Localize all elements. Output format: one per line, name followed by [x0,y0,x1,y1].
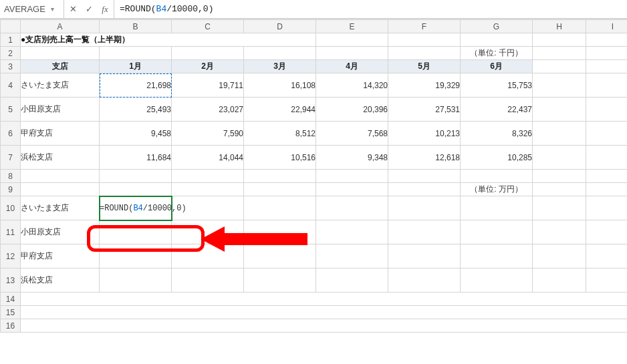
cell-H1[interactable] [533,33,586,47]
cell-E9[interactable] [316,183,388,196]
col-head-I[interactable]: I [586,20,628,33]
cell-H5[interactable] [533,98,586,122]
row-head-14[interactable]: 14 [1,293,21,306]
col-head-E[interactable]: E [316,20,388,33]
cell-D5[interactable]: 22,944 [244,98,316,122]
cell-I5[interactable] [586,98,628,122]
row-head-16[interactable]: 16 [1,319,21,333]
cancel-icon[interactable]: ✕ [68,4,78,14]
cell-H3[interactable] [533,60,586,73]
cell-I6[interactable] [586,122,628,146]
spreadsheet-grid[interactable]: A B C D E F G H I 1 ●支店別売上高一覧（上半期） 2 （単位… [0,19,627,364]
row-14-cells[interactable] [21,293,628,306]
cell-G7[interactable]: 10,285 [461,146,533,170]
header-apr[interactable]: 4月 [316,60,388,73]
cell-F1[interactable] [388,33,461,47]
cell-E11[interactable] [316,220,388,244]
cell-G5[interactable]: 22,437 [461,98,533,122]
cell-I13[interactable] [586,268,628,293]
cell-E6[interactable]: 7,568 [316,122,388,146]
cell-I7[interactable] [586,146,628,170]
row-head-13[interactable]: 13 [1,268,21,293]
cell-H12[interactable] [533,244,586,268]
cell-D8[interactable] [244,170,316,183]
row-head-2[interactable]: 2 [1,47,21,60]
cell-D10[interactable] [244,196,316,220]
header-feb[interactable]: 2月 [172,60,244,73]
row-head-5[interactable]: 5 [1,98,21,122]
cell-B4[interactable]: 21,698 [100,73,172,98]
row-head-8[interactable]: 8 [1,170,21,183]
cell-C12[interactable] [172,244,244,268]
cell-D7[interactable]: 10,516 [244,146,316,170]
col-head-B[interactable]: B [100,20,172,33]
unit-label-top[interactable]: （単位: 千円） [461,47,533,60]
cell-A9[interactable] [21,183,100,196]
row-head-6[interactable]: 6 [1,122,21,146]
cell-H11[interactable] [533,220,586,244]
cell-B2[interactable] [100,47,172,60]
cell-E5[interactable]: 20,396 [316,98,388,122]
row-16-cells[interactable] [21,319,628,333]
col-head-D[interactable]: D [244,20,316,33]
cell-A8[interactable] [21,170,100,183]
cell-E4[interactable]: 14,320 [316,73,388,98]
cell-G4[interactable]: 15,753 [461,73,533,98]
cell-E2[interactable] [316,47,388,60]
cell-A5[interactable]: 小田原支店 [21,98,100,122]
cell-C7[interactable]: 14,044 [172,146,244,170]
row-head-11[interactable]: 11 [1,220,21,244]
cell-E13[interactable] [316,268,388,293]
cell-G10[interactable] [461,196,533,220]
cell-D11[interactable] [244,220,316,244]
cell-B11[interactable] [100,220,172,244]
header-jun[interactable]: 6月 [461,60,533,73]
cell-B8[interactable] [100,170,172,183]
row-head-12[interactable]: 12 [1,244,21,268]
cell-A6[interactable]: 甲府支店 [21,122,100,146]
cell-A10[interactable]: さいたま支店 [21,196,100,220]
cell-I1[interactable] [586,33,628,47]
row-head-3[interactable]: 3 [1,60,21,73]
accept-icon[interactable]: ✓ [84,4,94,14]
cell-I2[interactable] [586,47,628,60]
sheet-title[interactable]: ●支店別売上高一覧（上半期） [21,33,316,47]
cell-F5[interactable]: 27,531 [388,98,461,122]
cell-C13[interactable] [172,268,244,293]
cell-F7[interactable]: 12,618 [388,146,461,170]
formula-input[interactable]: =ROUND(B4/10000,0) [114,4,627,14]
cell-A2[interactable] [21,47,100,60]
cell-B12[interactable] [100,244,172,268]
col-head-H[interactable]: H [533,20,586,33]
row-head-7[interactable]: 7 [1,146,21,170]
cell-B10-editing[interactable]: =ROUND(B4/10000,0) [100,196,172,220]
cell-F6[interactable]: 10,213 [388,122,461,146]
row-head-9[interactable]: 9 [1,183,21,196]
cell-C9[interactable] [172,183,244,196]
cell-A12[interactable]: 甲府支店 [21,244,100,268]
header-branch[interactable]: 支店 [21,60,100,73]
cell-I11[interactable] [586,220,628,244]
row-head-15[interactable]: 15 [1,306,21,319]
row-head-1[interactable]: 1 [1,33,21,47]
cell-E1[interactable] [316,33,388,47]
cell-B7[interactable]: 11,684 [100,146,172,170]
cell-E12[interactable] [316,244,388,268]
cell-D6[interactable]: 8,512 [244,122,316,146]
cell-D2[interactable] [244,47,316,60]
fx-icon[interactable]: fx [100,4,110,15]
col-head-C[interactable]: C [172,20,244,33]
cell-H8[interactable] [533,170,586,183]
header-jan[interactable]: 1月 [100,60,172,73]
cell-B5[interactable]: 25,493 [100,98,172,122]
cell-F2[interactable] [388,47,461,60]
cell-E10[interactable] [316,196,388,220]
cell-C8[interactable] [172,170,244,183]
cell-H2[interactable] [533,47,586,60]
cell-B6[interactable]: 9,458 [100,122,172,146]
cell-A11[interactable]: 小田原支店 [21,220,100,244]
cell-F12[interactable] [388,244,461,268]
col-head-F[interactable]: F [388,20,461,33]
cell-G11[interactable] [461,220,533,244]
cell-B13[interactable] [100,268,172,293]
